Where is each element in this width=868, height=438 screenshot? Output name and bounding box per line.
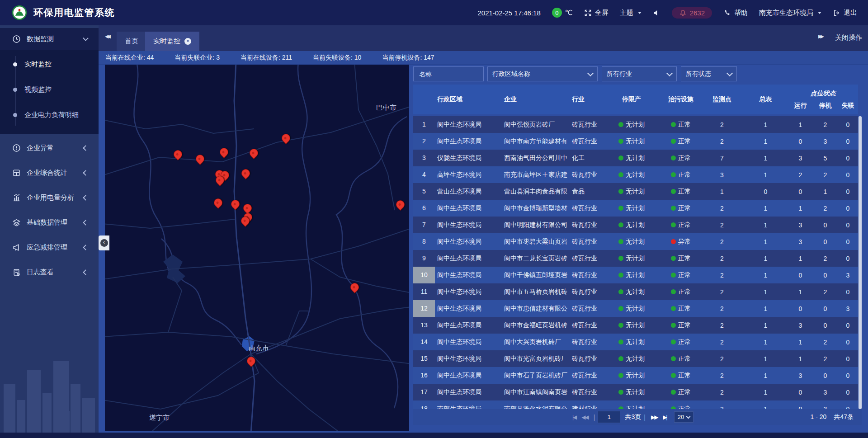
status-select[interactable]: 所有状态 xyxy=(681,66,737,81)
status-dot xyxy=(618,373,623,378)
row-halt: 1 xyxy=(813,188,838,195)
sidebar-menu: 数据监测实时监控视频监控企业电力负荷明细企业异常企业综合统计企业用电量分析基础数… xyxy=(0,28,99,283)
logout-button[interactable]: 退出 xyxy=(833,9,857,17)
sidebar-item-3[interactable]: 企业综合统计 xyxy=(0,162,99,184)
row-lost: 0 xyxy=(838,339,858,346)
table-row[interactable]: 13阆中生态环境局阆中市金福旺页岩机砖砖瓦行业无计划正常21300 xyxy=(413,317,858,334)
chevron-left-icon xyxy=(83,269,89,275)
tabs-scroll-right-icon[interactable]: ▶▶ xyxy=(818,33,829,39)
sidebar-subitem[interactable]: 实时监控 xyxy=(0,52,99,77)
row-region: 阆中生态环境局 xyxy=(435,137,502,146)
map-canvas[interactable]: 巴中市南充市遂宁市 xyxy=(105,65,409,431)
sidebar-item-6[interactable]: 应急减排管理 xyxy=(0,236,99,258)
status-dot xyxy=(618,189,623,194)
status-dot xyxy=(618,323,623,328)
row-halt: 0 xyxy=(813,322,838,329)
row-run: 0 xyxy=(788,389,813,396)
tab-home[interactable]: 首页 xyxy=(117,32,146,51)
sidebar-subitem[interactable]: 视频监控 xyxy=(0,77,99,102)
row-stop-status: 无计划 xyxy=(602,305,661,313)
row-halt: 2 xyxy=(813,255,838,262)
row-meter: 1 xyxy=(743,121,788,128)
divider: | xyxy=(594,414,595,421)
map-city-label: 巴中市 xyxy=(376,104,396,112)
row-monitor: 2 xyxy=(701,339,743,346)
sidebar-item-7[interactable]: 日志查看 xyxy=(0,261,99,283)
sidebar-item-2[interactable]: 企业异常 xyxy=(0,137,99,159)
notifications-badge[interactable]: 2632 xyxy=(672,7,712,19)
table-row[interactable]: 15阆中生态环境局阆中市光富页岩机砖厂砖瓦行业无计划正常21120 xyxy=(413,350,858,367)
row-meter: 1 xyxy=(743,339,788,346)
row-run: 0 xyxy=(788,305,813,312)
row-industry: 砖瓦行业 xyxy=(570,305,602,313)
status-text: 无计划 xyxy=(626,288,645,295)
help-button[interactable]: 帮助 xyxy=(723,9,748,17)
page-size-select[interactable]: 20 xyxy=(674,411,693,423)
table-row[interactable]: 17阆中生态环境局阆中市江南镇阆南页岩砖瓦行业无计划正常21030 xyxy=(413,384,858,400)
table-scrollbar[interactable] xyxy=(859,116,862,409)
page-number-input[interactable] xyxy=(598,411,620,423)
row-lost: 0 xyxy=(838,155,858,162)
fullscreen-icon xyxy=(584,9,592,17)
sidebar: 数据监测实时监控视频监控企业电力负荷明细企业异常企业综合统计企业用电量分析基础数… xyxy=(0,25,99,438)
table-row[interactable]: 2阆中生态环境局阆中市南方节能建材有砖瓦行业无计划正常21030 xyxy=(413,133,858,150)
row-company: 阆中市金博瑞新型墙材 xyxy=(502,204,570,212)
close-operations-button[interactable]: 关闭操作 xyxy=(835,33,862,42)
fullscreen-button[interactable]: 全屏 xyxy=(584,9,609,17)
last-page-icon[interactable]: ▶| xyxy=(660,414,669,420)
status-dot xyxy=(671,122,676,127)
row-index: 10 xyxy=(413,267,435,283)
row-run: 1 xyxy=(788,205,813,212)
table-row[interactable]: 9阆中生态环境局阆中市二龙长宝页岩砖砖瓦行业无计划正常21120 xyxy=(413,250,858,267)
temperature: 0 ℃ xyxy=(552,8,573,18)
prev-page-icon[interactable]: ◀◀ xyxy=(579,414,590,420)
industry-select[interactable]: 所有行业 xyxy=(602,66,677,81)
tabs-scroll-left-icon[interactable]: ◀◀ xyxy=(105,33,116,39)
row-halt: 3 xyxy=(813,405,838,410)
row-stop-status: 无计划 xyxy=(602,121,661,129)
row-company: 西南油气田分公司川中 xyxy=(502,154,570,162)
table-row[interactable]: 5营山生态环境局营山县润丰肉食品有限食品无计划正常10010 xyxy=(413,183,858,200)
table-row[interactable]: 7阆中生态环境局阆中明阳建材有限公司砖瓦行业无计划正常21300 xyxy=(413,217,858,233)
theme-dropdown[interactable]: 主题 xyxy=(620,9,642,17)
table-row[interactable]: 6阆中生态环境局阆中市金博瑞新型墙材砖瓦行业无计划正常21120 xyxy=(413,200,858,217)
row-industry: 砖瓦行业 xyxy=(570,238,602,246)
search-input[interactable] xyxy=(418,70,479,78)
table-row[interactable]: 11阆中生态环境局阆中市五马桥页岩机砖砖瓦行业无计划正常21120 xyxy=(413,283,858,300)
name-search-input[interactable] xyxy=(413,66,484,81)
sidebar-submenu: 实时监控视频监控企业电力负荷明细 xyxy=(0,50,99,134)
sidebar-item-1[interactable]: 数据监测 xyxy=(0,28,99,50)
row-treat-status: 正常 xyxy=(661,204,701,212)
region-select[interactable]: 行政区域名称 xyxy=(487,66,598,81)
table-row[interactable]: 14阆中生态环境局阆中大兴页岩机砖厂砖瓦行业无计划正常21120 xyxy=(413,334,858,350)
table-row[interactable]: 8阆中生态环境局阆中市枣碧大梁山页岩砖瓦行业无计划异常21300 xyxy=(413,233,858,250)
row-company: 阆中市枣碧大梁山页岩 xyxy=(502,238,570,246)
row-treat-status: 正常 xyxy=(661,288,701,296)
close-icon[interactable] xyxy=(184,38,191,45)
table-row[interactable]: 16阆中生态环境局阆中市石子页岩机砖厂砖瓦行业无计划正常21300 xyxy=(413,367,858,384)
row-run: 3 xyxy=(788,238,813,245)
chevron-down-icon xyxy=(83,35,89,41)
map-collapse-button[interactable] xyxy=(99,235,109,250)
next-page-icon[interactable]: ▶▶ xyxy=(648,414,660,420)
status-dot xyxy=(618,306,623,311)
first-page-icon[interactable]: |◀ xyxy=(570,414,579,420)
status-text: 无计划 xyxy=(626,171,645,178)
sidebar-item-5[interactable]: 基础数据管理 xyxy=(0,212,99,233)
sidebar-subitem[interactable]: 企业电力负荷明细 xyxy=(0,102,99,127)
table-row[interactable]: 18南部生态环境局南部县雅化水泥有限公建材行业无计划正常21030 xyxy=(413,400,858,409)
stats-bar: 当前在线企业: 44当前失联企业: 3当前在线设备: 211当前失联设备: 10… xyxy=(99,51,868,65)
table-row[interactable]: 12阆中生态环境局阆中市忠信建材有限公砖瓦行业无计划正常21003 xyxy=(413,300,858,317)
table-row[interactable]: 4高坪生态环境局南充市高坪区王家店建砖瓦行业无计划正常31220 xyxy=(413,166,858,183)
col-treatment: 治污设施 xyxy=(661,95,701,104)
table-row[interactable]: 10阆中生态环境局阆中千佛镇五郎垭页岩砖瓦行业无计划正常21003 xyxy=(413,267,858,283)
volume-icon[interactable] xyxy=(653,9,660,17)
sidebar-item-4[interactable]: 企业用电量分析 xyxy=(0,187,99,208)
table-row[interactable]: 1阆中生态环境局阆中强锐页岩砖厂砖瓦行业无计划正常21120 xyxy=(413,116,858,133)
megaphone-icon xyxy=(12,243,21,252)
row-meter: 1 xyxy=(743,238,788,245)
row-industry: 砖瓦行业 xyxy=(570,355,602,363)
tab-realtime-monitor[interactable]: 实时监控 xyxy=(145,32,199,51)
table-row[interactable]: 3仪陇生态环境局西南油气田分公司川中化工无计划正常71350 xyxy=(413,150,858,166)
org-dropdown[interactable]: 南充市生态环境局 xyxy=(759,9,821,17)
